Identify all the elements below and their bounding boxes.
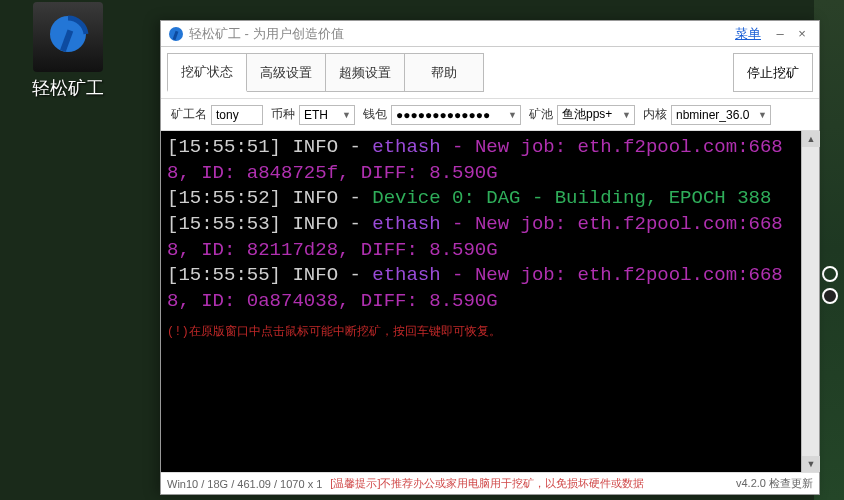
worker-input[interactable] [211,105,263,125]
wallet-label: 钱包 [363,106,387,123]
stop-mining-button[interactable]: 停止挖矿 [733,53,813,92]
window-title: 轻松矿工 - 为用户创造价值 [189,25,735,43]
toolbar: 挖矿状态 高级设置 超频设置 帮助 停止挖矿 [161,47,819,99]
chevron-down-icon: ▼ [342,110,351,120]
status-warning: [温馨提示]不推荐办公或家用电脑用于挖矿，以免损坏硬件或数据 [330,476,644,491]
kernel-select[interactable]: nbminer_36.0▼ [671,105,771,125]
titlebar-app-icon [167,25,185,43]
chevron-down-icon: ▼ [622,110,631,120]
config-row: 矿工名 币种 ETH▼ 钱包 ●●●●●●●●●●●●●▼ 矿池 鱼池pps+▼… [161,99,819,131]
close-button[interactable]: × [791,26,813,41]
menu-button[interactable]: 菜单 [735,25,761,43]
scroll-down-button[interactable]: ▼ [802,456,820,472]
chevron-down-icon: ▼ [508,110,517,120]
console-output[interactable]: [15:55:51] INFO - ethash - New job: eth.… [161,131,801,472]
app-window: 轻松矿工 - 为用户创造价值 菜单 – × 挖矿状态 高级设置 超频设置 帮助 … [160,20,820,495]
app-icon [33,2,103,72]
tab-mining-status[interactable]: 挖矿状态 [167,53,247,92]
coin-select[interactable]: ETH▼ [299,105,355,125]
version-check-update[interactable]: v4.2.0 检查更新 [736,476,813,491]
shortcut-label: 轻松矿工 [8,76,128,100]
pool-select[interactable]: 鱼池pps+▼ [557,105,635,125]
kernel-label: 内核 [643,106,667,123]
desktop-shortcut[interactable]: 轻松矿工 [8,2,128,112]
scrollbar[interactable]: ▲ ▼ [801,131,819,472]
worker-label: 矿工名 [171,106,207,123]
system-info: Win10 / 18G / 461.09 / 1070 x 1 [167,478,322,490]
tab-help[interactable]: 帮助 [404,53,484,92]
scroll-up-button[interactable]: ▲ [802,131,820,147]
tab-overclock-settings[interactable]: 超频设置 [325,53,405,92]
pool-label: 矿池 [529,106,553,123]
tab-advanced-settings[interactable]: 高级设置 [246,53,326,92]
minimize-button[interactable]: – [769,26,791,41]
statusbar: Win10 / 18G / 461.09 / 1070 x 1 [温馨提示]不推… [161,472,819,494]
titlebar[interactable]: 轻松矿工 - 为用户创造价值 菜单 – × [161,21,819,47]
desktop-decoration [822,260,838,310]
coin-label: 币种 [271,106,295,123]
pickaxe-icon [43,12,93,62]
wallet-select[interactable]: ●●●●●●●●●●●●●▼ [391,105,521,125]
chevron-down-icon: ▼ [758,110,767,120]
console-area: [15:55:51] INFO - ethash - New job: eth.… [161,131,819,472]
